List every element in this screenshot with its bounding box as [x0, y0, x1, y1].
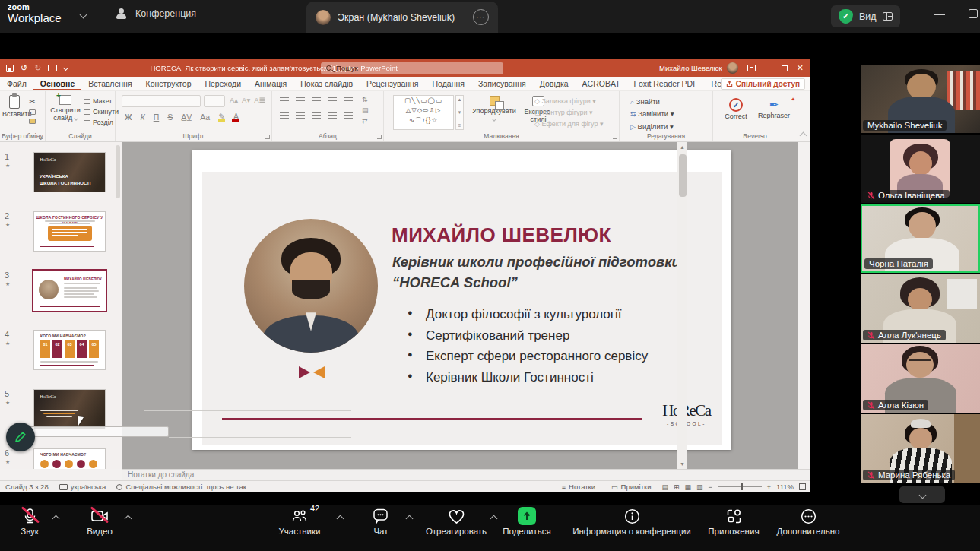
tab-meeting[interactable]: Конференция	[116, 8, 196, 20]
zoom-level[interactable]: 111%	[776, 483, 794, 491]
tab-view[interactable]: Подання	[426, 78, 471, 90]
account-button[interactable]: Михайло Шевелюк	[659, 62, 738, 74]
comments-toggle[interactable]: ▭Примітки	[606, 483, 656, 491]
participant-tile[interactable]: Mykhailo Sheveliuk	[861, 65, 980, 133]
dialog-launcher-icon[interactable]	[39, 135, 43, 139]
align-text-icon[interactable]: ▤	[362, 106, 369, 114]
slide-thumbnail-5[interactable]: HoReCa	[33, 389, 106, 429]
shapes-gallery[interactable]: ▢╲╲▭◯▭ △▽◇⇨⇩▷ ∿⌒≀{}☆	[393, 95, 454, 130]
notes-toggle[interactable]: ≡Нотатки	[557, 483, 601, 491]
tab-acrobat[interactable]: ACROBAT	[576, 78, 627, 90]
bullet-item[interactable]: Експерт сфери ресторанного сервісу	[408, 347, 658, 366]
cut-icon[interactable]: ✂	[29, 97, 36, 106]
ppt-minimize-button[interactable]	[765, 68, 772, 69]
more-options-icon[interactable]: ⋯	[473, 9, 489, 25]
smartart-convert-icon[interactable]: ⇄	[362, 117, 369, 125]
copy-icon[interactable]	[29, 109, 36, 115]
ppt-restore-button[interactable]	[782, 65, 788, 71]
zoom-slider[interactable]	[718, 486, 762, 488]
zoom-out-icon[interactable]: −	[709, 483, 712, 491]
tab-transitions[interactable]: Переходи	[198, 78, 248, 90]
tab-insert[interactable]: Вставлення	[81, 78, 138, 90]
redo-icon[interactable]: ↻	[34, 64, 41, 72]
chat-options-chevron[interactable]	[406, 515, 414, 523]
tab-foxit[interactable]: Foxit Reader PDF	[627, 78, 705, 90]
undo-icon[interactable]: ↺	[21, 64, 27, 72]
slide-thumbnail-2[interactable]: ШКОЛА ГОСТИННОГО СЕРВІСУ У ЛЬВОВІ	[33, 211, 106, 252]
participant-tile[interactable]: Ольга Іваніщева	[861, 135, 980, 203]
slide-bullet-list[interactable]: Доктор філософії з культурології Сертифі…	[408, 306, 658, 390]
collapse-ribbon-icon[interactable]	[800, 132, 807, 140]
shape-fill-button[interactable]: ◇ Заливка фігури ▾	[534, 96, 604, 107]
restore-button[interactable]	[969, 9, 978, 18]
line-spacing-icon[interactable]	[344, 97, 353, 104]
apps-button[interactable]: Приложения	[703, 505, 764, 536]
video-button[interactable]: Видео	[78, 505, 121, 536]
format-painter-icon[interactable]	[29, 119, 36, 124]
accessibility-status[interactable]: Спеціальні можливості: щось не так	[111, 483, 251, 491]
shape-effects-button[interactable]: ◇ Ефекти для фігур ▾	[534, 119, 604, 130]
participant-tile[interactable]: Алла Кізюн	[861, 344, 980, 413]
fit-to-window-icon[interactable]	[799, 483, 806, 490]
align-right-icon[interactable]	[312, 112, 321, 119]
video-options-chevron[interactable]	[125, 515, 132, 523]
new-slide-button[interactable]: Створити слайд	[49, 95, 82, 122]
character-spacing-icon[interactable]: A̲V̲	[179, 112, 193, 122]
more-button[interactable]: Дополнительно	[772, 505, 845, 536]
section-button[interactable]: Розділ	[84, 117, 119, 128]
search-input[interactable]: Пошук	[321, 62, 503, 74]
paste-button[interactable]: Вставити	[2, 95, 27, 118]
slide-counter[interactable]: Слайд 3 з 28	[0, 483, 54, 491]
chat-button[interactable]: Чат	[363, 505, 398, 536]
slide-thumbnail-4[interactable]: КОГО МИ НАВЧАЄМО? 01 02 03 04 05	[33, 330, 106, 370]
columns-icon[interactable]	[344, 112, 353, 119]
tab-slideshow[interactable]: Показ слайдів	[293, 78, 360, 90]
dialog-launcher-icon[interactable]	[265, 135, 270, 139]
replace-button[interactable]: ⇆ Замінити ▾	[630, 108, 674, 120]
meeting-info-button[interactable]: Информация о конференции	[566, 505, 697, 536]
security-shield-icon[interactable]: ✓	[839, 9, 853, 24]
notes-pane[interactable]: Нотатки до слайда	[122, 469, 810, 480]
participants-button[interactable]: 42 Участники	[272, 505, 327, 536]
start-presentation-icon[interactable]	[48, 65, 57, 71]
clear-formatting-icon[interactable]: A𝌆	[254, 96, 265, 104]
slide-sorter-icon[interactable]: ⊞	[674, 483, 680, 491]
bullet-item[interactable]: Доктор філософії з культурології	[408, 306, 658, 325]
increase-indent-icon[interactable]	[328, 97, 337, 104]
dialog-launcher-icon[interactable]	[613, 135, 617, 139]
font-name-select[interactable]	[122, 95, 201, 107]
share-screen-button[interactable]: Поделиться	[498, 505, 556, 536]
change-case-button[interactable]: Aa	[198, 112, 211, 122]
font-size-select[interactable]	[204, 95, 225, 107]
tab-help[interactable]: Довідка	[533, 78, 576, 90]
slide-thumbnail-6[interactable]: ЧОГО МИ НАВЧАЄМО?	[33, 448, 106, 469]
reverso-correct-button[interactable]: ✓ Correct	[719, 98, 753, 120]
grow-font-icon[interactable]: A▴	[230, 96, 238, 104]
annotate-pencil-button[interactable]	[6, 423, 35, 451]
justify-icon[interactable]	[328, 112, 337, 119]
find-button[interactable]: ⌕ Знайти	[630, 96, 674, 108]
react-button[interactable]: Отреагировать	[425, 505, 487, 536]
tab-review[interactable]: Рецензування	[360, 78, 425, 90]
slide-thumbnail-1[interactable]: HoReCa УКРАЇНСЬКАШКОЛА ГОСТИННОСТІ	[33, 152, 106, 192]
bold-button[interactable]: Ж	[123, 112, 134, 122]
slide-title[interactable]: МИХАЙЛО ШЕВЕЛЮК	[392, 223, 611, 247]
vertical-scrollbar[interactable]: ▲ ▼	[677, 142, 687, 469]
scrollbar-thumb[interactable]	[679, 154, 687, 197]
participant-tile[interactable]: Алла Лук'янець	[861, 274, 980, 343]
shape-outline-button[interactable]: ▢ Контур фігури ▾	[534, 107, 604, 119]
tab-recording[interactable]: Записування	[471, 78, 533, 90]
tab-animations[interactable]: Анімація	[248, 78, 293, 90]
dialog-launcher-icon[interactable]	[377, 135, 382, 139]
thumbnail-scrollbar[interactable]	[116, 145, 120, 198]
participant-tile[interactable]: Марина Рябенька	[861, 414, 980, 483]
participants-scroll-down-button[interactable]	[899, 486, 945, 503]
minimize-button[interactable]	[934, 14, 945, 15]
slideshow-icon[interactable]: ▥	[696, 483, 703, 491]
align-center-icon[interactable]	[296, 112, 305, 119]
tab-screen-share[interactable]: Экран (Mykhailo Sheveliuk) ⋯	[306, 2, 498, 33]
scroll-down-icon[interactable]: ▼	[677, 461, 687, 467]
tab-file[interactable]: Файл	[0, 78, 33, 90]
tab-home[interactable]: Основне	[33, 78, 81, 90]
save-icon[interactable]	[6, 65, 14, 72]
